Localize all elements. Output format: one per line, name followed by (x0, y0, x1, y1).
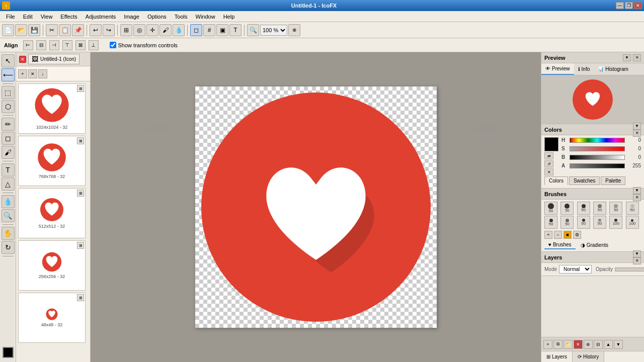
canvas-inner[interactable] (195, 86, 437, 328)
save-button[interactable]: 💾 (28, 24, 40, 36)
layers-flatten-btn[interactable]: ⊟ (594, 340, 603, 349)
zoom-select[interactable]: 100 % 50 % 200 % 400 % (260, 25, 287, 36)
hand-tool[interactable]: ✋ (2, 227, 15, 240)
swatches-tab[interactable]: Swatches (569, 176, 600, 185)
extract-button[interactable]: ↓ (38, 69, 47, 78)
rotate-tool[interactable]: ↻ (2, 241, 15, 254)
brushes-minimize-btn[interactable]: ▼ (633, 187, 641, 194)
tab-histogram[interactable]: 📊 Histogram (594, 63, 632, 75)
layers-folder-btn[interactable]: 📁 (564, 340, 573, 349)
preview-close-btn[interactable]: ✕ (633, 54, 641, 61)
select-tool[interactable]: ↖ (2, 54, 15, 67)
remove-image-button[interactable]: ✕ (28, 69, 37, 78)
brush-item-10[interactable]: 50 (593, 216, 606, 229)
layers-tab[interactable]: ⊞ Layers (541, 351, 573, 362)
align-left-button[interactable]: ⊢ (23, 40, 33, 50)
alpha-slider[interactable] (570, 163, 625, 168)
select-button[interactable]: ◻ (190, 24, 202, 36)
icon-list-item-5[interactable]: ⊞ 48x48 - 32 (18, 293, 86, 343)
menu-adjustments[interactable]: Adjustments (82, 13, 120, 21)
layers-add-btn[interactable]: + (543, 340, 552, 349)
copy-button[interactable]: 📋 (59, 24, 71, 36)
layers-dup-btn[interactable]: ⧉ (553, 340, 562, 349)
brush-item-7[interactable]: 50 (544, 216, 557, 229)
align-bottom-button[interactable]: ⊥ (89, 40, 99, 50)
layers-del-btn[interactable]: ✕ (574, 340, 583, 349)
paste-button[interactable]: 📌 (72, 24, 84, 36)
eraser-tool[interactable]: ◻ (2, 132, 15, 145)
grid2-button[interactable]: # (203, 24, 215, 36)
layers-minimize-btn[interactable]: ▼ (633, 250, 641, 257)
undo-button[interactable]: ↩ (90, 24, 102, 36)
brush-opt-btn[interactable]: ⚙ (573, 231, 581, 239)
layers-merge-btn[interactable]: ⊛ (584, 340, 593, 349)
icon-list-item-3[interactable]: ⊞ 512x512 - 32 (18, 188, 86, 238)
layers-down-btn[interactable]: ▼ (614, 340, 623, 349)
foreground-swatch[interactable] (544, 137, 558, 151)
show-transform-checkbox[interactable] (110, 42, 116, 48)
rect-button[interactable]: ▣ (216, 24, 228, 36)
paint-tool[interactable]: 🖌 (2, 146, 15, 159)
text-tool[interactable]: T (2, 163, 15, 176)
history-tab[interactable]: ⟳ History (573, 351, 604, 362)
mode-select[interactable]: Normal Multiply Screen Overlay (559, 265, 592, 274)
hue-slider[interactable] (570, 138, 625, 143)
menu-edit[interactable]: Edit (19, 13, 37, 21)
menu-tools[interactable]: Tools (171, 13, 192, 21)
saturation-slider[interactable] (570, 146, 625, 151)
reset-colors-btn[interactable]: ↺ (544, 160, 553, 167)
gradients-tab[interactable]: ◑ Gradients (577, 241, 612, 249)
menu-help[interactable]: Help (219, 13, 239, 21)
align-right-button[interactable]: ⊣ (49, 40, 59, 50)
brush-tool-button[interactable]: 🖌 (159, 24, 172, 36)
arrow-tool[interactable]: ⟵ (2, 68, 15, 81)
move-button[interactable]: ✛ (146, 24, 158, 36)
brushes-tab[interactable]: ♥ Brushes (544, 241, 576, 249)
menu-view[interactable]: View (37, 13, 57, 21)
grid-button[interactable]: ⊞ (120, 24, 132, 36)
color-mode-btn[interactable]: ✕ (544, 168, 553, 175)
icon-list-item-4[interactable]: ⊞ 256x256 - 32 (18, 240, 86, 291)
rect-select-tool[interactable]: ⬚ (2, 86, 15, 99)
colors-tab[interactable]: Colors (544, 176, 568, 185)
zoom-in-button[interactable]: ⊕ (288, 24, 300, 36)
brush-item-1[interactable]: 50 (544, 202, 557, 215)
shape-tool[interactable]: △ (2, 177, 15, 191)
cut-button[interactable]: ✂ (46, 24, 58, 36)
preview-minimize-btn[interactable]: ▼ (623, 54, 631, 61)
menu-options[interactable]: Options (143, 13, 171, 21)
colors-minimize-btn[interactable]: ▼ (633, 123, 641, 130)
brightness-slider[interactable] (570, 155, 625, 160)
brushes-close-btn[interactable]: ✕ (633, 194, 641, 201)
brush-item-9[interactable]: 50 (577, 216, 590, 229)
add-image-button[interactable]: + (18, 69, 27, 78)
menu-window[interactable]: Window (192, 13, 219, 21)
foreground-color-swatch[interactable] (3, 347, 14, 358)
align-top-button[interactable]: ⊤ (62, 40, 72, 50)
align-center-h-button[interactable]: ⊟ (36, 40, 46, 50)
tab-preview[interactable]: 👁 Preview (541, 63, 574, 75)
brush-item-4[interactable]: 50 (593, 202, 606, 215)
text-button[interactable]: T (229, 24, 242, 36)
menu-effects[interactable]: Effects (56, 13, 81, 21)
brush-item-11[interactable]: 100 (609, 216, 622, 229)
eyedropper-button[interactable]: 💧 (173, 24, 185, 36)
pencil-tool[interactable]: ✏ (2, 118, 15, 131)
brush-item-8[interactable]: 50 (560, 216, 574, 229)
zoom-out-button[interactable]: 🔍 (247, 24, 259, 36)
menu-image[interactable]: Image (120, 13, 143, 21)
swap-colors-btn[interactable]: ⇄ (544, 152, 553, 159)
lasso-button[interactable]: ◎ (133, 24, 145, 36)
minimize-button[interactable]: — (616, 2, 624, 9)
palette-tab[interactable]: Palette (601, 176, 625, 185)
brush-add-btn[interactable]: + (544, 231, 552, 239)
icon-list-item-2[interactable]: ⊞ 768x768 - 32 (18, 136, 86, 186)
brush-item-12[interactable]: 100 (626, 216, 639, 229)
brush-remove-btn[interactable]: − (554, 231, 562, 239)
brush-item-5[interactable]: 50 (609, 202, 622, 215)
open-button[interactable]: 📂 (15, 24, 27, 36)
align-center-v-button[interactable]: ⊠ (75, 40, 86, 50)
colors-close-btn[interactable]: ✕ (633, 130, 641, 137)
brush-item-6[interactable]: 50 (626, 202, 639, 215)
redo-button[interactable]: ↪ (103, 24, 115, 36)
